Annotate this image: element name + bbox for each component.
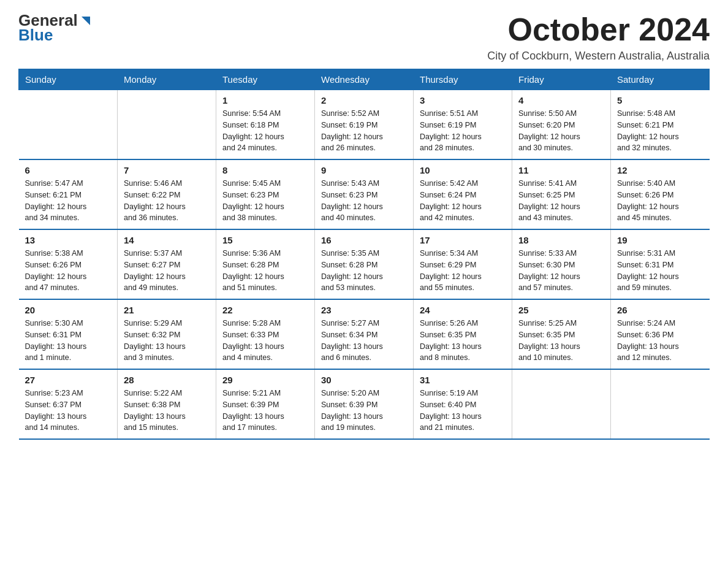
calendar-cell: 5Sunrise: 5:48 AM Sunset: 6:21 PM Daylig… [611, 90, 710, 160]
calendar-cell: 4Sunrise: 5:50 AM Sunset: 6:20 PM Daylig… [512, 90, 611, 160]
day-info: Sunrise: 5:33 AM Sunset: 6:30 PM Dayligh… [518, 248, 604, 294]
day-info: Sunrise: 5:19 AM Sunset: 6:40 PM Dayligh… [420, 388, 506, 434]
day-info: Sunrise: 5:26 AM Sunset: 6:35 PM Dayligh… [420, 318, 506, 364]
day-info: Sunrise: 5:25 AM Sunset: 6:35 PM Dayligh… [518, 318, 604, 364]
day-number: 18 [518, 235, 604, 245]
header-sunday: Sunday [19, 69, 118, 90]
calendar-cell: 1Sunrise: 5:54 AM Sunset: 6:18 PM Daylig… [216, 90, 315, 160]
day-number: 22 [222, 305, 308, 315]
calendar-cell: 29Sunrise: 5:21 AM Sunset: 6:39 PM Dayli… [216, 369, 315, 439]
calendar-cell: 18Sunrise: 5:33 AM Sunset: 6:30 PM Dayli… [512, 229, 611, 299]
day-info: Sunrise: 5:20 AM Sunset: 6:39 PM Dayligh… [321, 388, 407, 434]
logo-blue-text: Blue [18, 27, 53, 43]
day-number: 4 [518, 95, 604, 105]
day-info: Sunrise: 5:27 AM Sunset: 6:34 PM Dayligh… [321, 318, 407, 364]
day-number: 25 [518, 305, 604, 315]
day-info: Sunrise: 5:22 AM Sunset: 6:38 PM Dayligh… [124, 388, 210, 434]
calendar-cell: 11Sunrise: 5:41 AM Sunset: 6:25 PM Dayli… [512, 159, 611, 229]
calendar-table: SundayMondayTuesdayWednesdayThursdayFrid… [18, 69, 710, 440]
calendar-cell: 16Sunrise: 5:35 AM Sunset: 6:28 PM Dayli… [315, 229, 414, 299]
calendar-cell: 25Sunrise: 5:25 AM Sunset: 6:35 PM Dayli… [512, 299, 611, 369]
day-info: Sunrise: 5:51 AM Sunset: 6:19 PM Dayligh… [420, 108, 506, 154]
day-number: 16 [321, 235, 407, 245]
calendar-cell: 12Sunrise: 5:40 AM Sunset: 6:26 PM Dayli… [611, 159, 710, 229]
day-number: 1 [222, 95, 308, 105]
day-number: 29 [222, 375, 308, 385]
day-number: 5 [617, 95, 703, 105]
day-number: 14 [124, 235, 210, 245]
day-number: 27 [25, 375, 112, 385]
header-saturday: Saturday [611, 69, 710, 90]
day-info: Sunrise: 5:50 AM Sunset: 6:20 PM Dayligh… [518, 108, 604, 154]
day-info: Sunrise: 5:52 AM Sunset: 6:19 PM Dayligh… [321, 108, 407, 154]
day-info: Sunrise: 5:23 AM Sunset: 6:37 PM Dayligh… [25, 388, 112, 434]
day-info: Sunrise: 5:31 AM Sunset: 6:31 PM Dayligh… [617, 248, 703, 294]
day-info: Sunrise: 5:47 AM Sunset: 6:21 PM Dayligh… [25, 178, 112, 224]
day-number: 26 [617, 305, 703, 315]
calendar-cell [611, 369, 710, 439]
day-number: 8 [222, 165, 308, 175]
calendar-cell [118, 90, 216, 160]
day-info: Sunrise: 5:54 AM Sunset: 6:18 PM Dayligh… [222, 108, 308, 154]
day-info: Sunrise: 5:38 AM Sunset: 6:26 PM Dayligh… [25, 248, 112, 294]
calendar-cell: 31Sunrise: 5:19 AM Sunset: 6:40 PM Dayli… [414, 369, 512, 439]
day-info: Sunrise: 5:36 AM Sunset: 6:28 PM Dayligh… [222, 248, 308, 294]
day-number: 31 [420, 375, 506, 385]
header-friday: Friday [512, 69, 611, 90]
title-block: October 2024 City of Cockburn, Western A… [487, 12, 710, 63]
day-info: Sunrise: 5:45 AM Sunset: 6:23 PM Dayligh… [222, 178, 308, 224]
day-number: 6 [25, 165, 112, 175]
day-number: 30 [321, 375, 407, 385]
day-number: 12 [617, 165, 703, 175]
header-wednesday: Wednesday [315, 69, 414, 90]
day-number: 20 [25, 305, 112, 315]
header-monday: Monday [118, 69, 216, 90]
calendar-cell: 17Sunrise: 5:34 AM Sunset: 6:29 PM Dayli… [414, 229, 512, 299]
day-number: 23 [321, 305, 407, 315]
day-number: 28 [124, 375, 210, 385]
day-info: Sunrise: 5:46 AM Sunset: 6:22 PM Dayligh… [124, 178, 210, 224]
calendar-cell: 9Sunrise: 5:43 AM Sunset: 6:23 PM Daylig… [315, 159, 414, 229]
calendar-cell: 15Sunrise: 5:36 AM Sunset: 6:28 PM Dayli… [216, 229, 315, 299]
day-number: 3 [420, 95, 506, 105]
calendar-week-row: 1Sunrise: 5:54 AM Sunset: 6:18 PM Daylig… [19, 90, 710, 160]
month-title: October 2024 [487, 12, 710, 47]
calendar-cell: 21Sunrise: 5:29 AM Sunset: 6:32 PM Dayli… [118, 299, 216, 369]
day-number: 17 [420, 235, 506, 245]
calendar-cell: 14Sunrise: 5:37 AM Sunset: 6:27 PM Dayli… [118, 229, 216, 299]
calendar-cell: 27Sunrise: 5:23 AM Sunset: 6:37 PM Dayli… [19, 369, 118, 439]
calendar-cell: 13Sunrise: 5:38 AM Sunset: 6:26 PM Dayli… [19, 229, 118, 299]
day-info: Sunrise: 5:30 AM Sunset: 6:31 PM Dayligh… [25, 318, 112, 364]
calendar-cell: 24Sunrise: 5:26 AM Sunset: 6:35 PM Dayli… [414, 299, 512, 369]
day-info: Sunrise: 5:42 AM Sunset: 6:24 PM Dayligh… [420, 178, 506, 224]
logo-triangle-icon [79, 14, 93, 28]
calendar-cell: 2Sunrise: 5:52 AM Sunset: 6:19 PM Daylig… [315, 90, 414, 160]
calendar-cell: 22Sunrise: 5:28 AM Sunset: 6:33 PM Dayli… [216, 299, 315, 369]
calendar-cell: 3Sunrise: 5:51 AM Sunset: 6:19 PM Daylig… [414, 90, 512, 160]
header-tuesday: Tuesday [216, 69, 315, 90]
day-number: 19 [617, 235, 703, 245]
calendar-cell: 23Sunrise: 5:27 AM Sunset: 6:34 PM Dayli… [315, 299, 414, 369]
calendar-cell [19, 90, 118, 160]
calendar-cell: 8Sunrise: 5:45 AM Sunset: 6:23 PM Daylig… [216, 159, 315, 229]
calendar-cell: 20Sunrise: 5:30 AM Sunset: 6:31 PM Dayli… [19, 299, 118, 369]
day-info: Sunrise: 5:48 AM Sunset: 6:21 PM Dayligh… [617, 108, 703, 154]
day-info: Sunrise: 5:43 AM Sunset: 6:23 PM Dayligh… [321, 178, 407, 224]
calendar-week-row: 20Sunrise: 5:30 AM Sunset: 6:31 PM Dayli… [19, 299, 710, 369]
day-info: Sunrise: 5:21 AM Sunset: 6:39 PM Dayligh… [222, 388, 308, 434]
day-number: 15 [222, 235, 308, 245]
day-info: Sunrise: 5:34 AM Sunset: 6:29 PM Dayligh… [420, 248, 506, 294]
day-info: Sunrise: 5:35 AM Sunset: 6:28 PM Dayligh… [321, 248, 407, 294]
day-info: Sunrise: 5:40 AM Sunset: 6:26 PM Dayligh… [617, 178, 703, 224]
day-info: Sunrise: 5:29 AM Sunset: 6:32 PM Dayligh… [124, 318, 210, 364]
logo: General Blue [18, 12, 93, 43]
day-number: 10 [420, 165, 506, 175]
calendar-cell [512, 369, 611, 439]
calendar-cell: 26Sunrise: 5:24 AM Sunset: 6:36 PM Dayli… [611, 299, 710, 369]
day-number: 11 [518, 165, 604, 175]
calendar-cell: 19Sunrise: 5:31 AM Sunset: 6:31 PM Dayli… [611, 229, 710, 299]
calendar-cell: 28Sunrise: 5:22 AM Sunset: 6:38 PM Dayli… [118, 369, 216, 439]
calendar-cell: 7Sunrise: 5:46 AM Sunset: 6:22 PM Daylig… [118, 159, 216, 229]
day-info: Sunrise: 5:28 AM Sunset: 6:33 PM Dayligh… [222, 318, 308, 364]
calendar-cell: 30Sunrise: 5:20 AM Sunset: 6:39 PM Dayli… [315, 369, 414, 439]
